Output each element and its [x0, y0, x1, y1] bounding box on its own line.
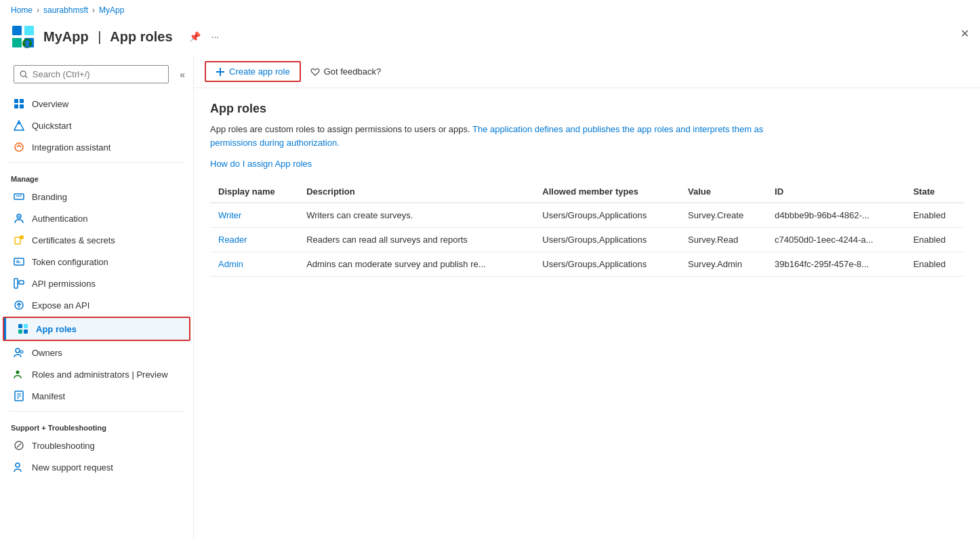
support-section-label: Support + Troubleshooting	[0, 416, 193, 435]
close-button[interactable]: ✕	[960, 27, 969, 40]
integration-icon	[13, 141, 25, 153]
svg-point-20	[20, 235, 24, 239]
create-app-role-button[interactable]: Create app role	[205, 61, 301, 82]
sidebar-item-api-permissions[interactable]: API permissions	[0, 273, 193, 294]
breadcrumb: Home › saurabhmsft › MyApp	[0, 0, 980, 20]
role-name-link[interactable]: Writer	[218, 210, 241, 220]
sidebar-label-integration: Integration assistant	[32, 142, 110, 153]
svg-rect-29	[18, 330, 22, 334]
role-state: Enabled	[905, 252, 964, 277]
app-logo-icon: 👤	[11, 24, 35, 49]
table-row: Writer Writers can create surveys. Users…	[210, 203, 964, 228]
role-name-link[interactable]: Admin	[218, 259, 243, 269]
table-row: Reader Readers can read all surveys and …	[210, 228, 964, 252]
content-body: App roles App roles are custom roles to …	[194, 88, 980, 290]
table-body: Writer Writers can create surveys. Users…	[210, 203, 964, 277]
svg-point-31	[16, 348, 20, 353]
role-description: Writers can create surveys.	[298, 203, 534, 228]
app-header: 👤 MyApp | App roles 📌 ··· ✕	[0, 20, 980, 56]
breadcrumb-current[interactable]: MyApp	[99, 5, 124, 15]
feedback-button[interactable]: Got feedback?	[301, 62, 391, 81]
sidebar-item-quickstart[interactable]: Quickstart	[0, 115, 193, 136]
col-value: Value	[680, 181, 767, 203]
sidebar-item-certificates[interactable]: Certificates & secrets	[0, 229, 193, 251]
roles-admins-icon	[13, 368, 25, 380]
main-content: Create app role Got feedback? App roles …	[194, 56, 980, 539]
role-value: Survey.Create	[680, 203, 767, 228]
role-name-link[interactable]: Reader	[218, 235, 247, 245]
svg-text:👤: 👤	[23, 39, 32, 48]
sidebar-item-new-support[interactable]: New support request	[0, 456, 193, 478]
page-title: App roles	[210, 102, 964, 116]
sidebar-label-certificates: Certificates & secrets	[32, 235, 115, 245]
pin-icon[interactable]: 📌	[186, 30, 203, 43]
col-description: Description	[298, 181, 534, 203]
table-header: Display name Description Allowed member …	[210, 181, 964, 203]
sidebar-item-authentication[interactable]: Authentication	[0, 207, 193, 229]
sidebar-item-expose-api[interactable]: Expose an API	[0, 294, 193, 316]
role-value: Survey.Read	[680, 228, 767, 252]
manage-divider	[8, 162, 185, 163]
svg-rect-15	[14, 194, 24, 199]
header-actions: 📌 ···	[186, 30, 222, 43]
sidebar-label-quickstart: Quickstart	[32, 121, 72, 131]
sidebar-item-troubleshooting[interactable]: Troubleshooting	[0, 435, 193, 456]
sidebar-item-token[interactable]: Token configuration	[0, 251, 193, 273]
table-row: Admin Admins can moderate survey and pub…	[210, 252, 964, 277]
sidebar-item-app-roles[interactable]: App roles	[4, 318, 189, 340]
sidebar-item-manifest[interactable]: Manifest	[0, 385, 193, 407]
search-icon	[20, 70, 28, 79]
sidebar-label-owners: Owners	[32, 348, 62, 358]
overview-icon	[13, 98, 25, 110]
svg-point-6	[20, 71, 26, 76]
search-box[interactable]	[14, 65, 169, 83]
app-roles-icon	[17, 323, 29, 335]
role-state: Enabled	[905, 228, 964, 252]
heart-icon	[310, 67, 320, 77]
svg-rect-0	[12, 26, 22, 35]
role-allowed-types: Users/Groups,Applications	[534, 228, 680, 252]
sidebar-item-branding[interactable]: Branding	[0, 186, 193, 207]
sidebar-label-overview: Overview	[32, 99, 68, 109]
sidebar-label-new-support: New support request	[32, 462, 113, 473]
token-icon	[13, 256, 25, 268]
svg-marker-12	[14, 121, 24, 130]
sidebar-label-app-roles: App roles	[36, 324, 77, 334]
svg-rect-25	[19, 281, 24, 284]
svg-point-14	[15, 143, 23, 151]
expose-api-icon	[13, 299, 25, 311]
svg-point-33	[16, 371, 20, 374]
role-description: Readers can read all surveys and reports	[298, 228, 534, 252]
sidebar-label-token: Token configuration	[32, 257, 108, 267]
svg-point-13	[18, 123, 20, 125]
role-state: Enabled	[905, 203, 964, 228]
collapse-sidebar-button[interactable]: «	[180, 69, 185, 80]
sidebar: « Overview Quickstart Integration assist…	[0, 56, 194, 539]
sidebar-item-roles-admins[interactable]: Roles and administrators | Preview	[0, 363, 193, 385]
page-description: App roles are custom roles to assign per…	[210, 123, 766, 149]
role-allowed-types: Users/Groups,Applications	[534, 252, 680, 277]
svg-rect-27	[18, 324, 22, 328]
role-value: Survey.Admin	[680, 252, 767, 277]
quickstart-icon	[13, 119, 25, 132]
svg-rect-11	[20, 104, 24, 108]
breadcrumb-parent[interactable]: saurabhmsft	[43, 5, 88, 15]
sidebar-item-overview[interactable]: Overview	[0, 93, 193, 115]
sidebar-item-integration[interactable]: Integration assistant	[0, 136, 193, 158]
sidebar-label-authentication: Authentication	[32, 214, 87, 224]
sidebar-label-roles-admins: Roles and administrators | Preview	[32, 370, 168, 380]
svg-line-39	[17, 443, 21, 447]
svg-point-18	[18, 216, 20, 217]
role-id: c74050d0-1eec-4244-a...	[767, 228, 905, 252]
certificates-icon	[13, 234, 25, 246]
breadcrumb-home[interactable]: Home	[11, 5, 33, 15]
search-input[interactable]	[33, 69, 163, 79]
manifest-icon	[13, 390, 25, 402]
role-id: 39b164fc-295f-457e-8...	[767, 252, 905, 277]
more-options-icon[interactable]: ···	[209, 30, 222, 43]
col-allowed-types: Allowed member types	[534, 181, 680, 203]
svg-rect-30	[24, 330, 28, 334]
sidebar-item-owners[interactable]: Owners	[0, 342, 193, 363]
page-header-title: MyApp | App roles	[43, 29, 173, 45]
assign-roles-link[interactable]: How do I assign App roles	[210, 159, 312, 169]
